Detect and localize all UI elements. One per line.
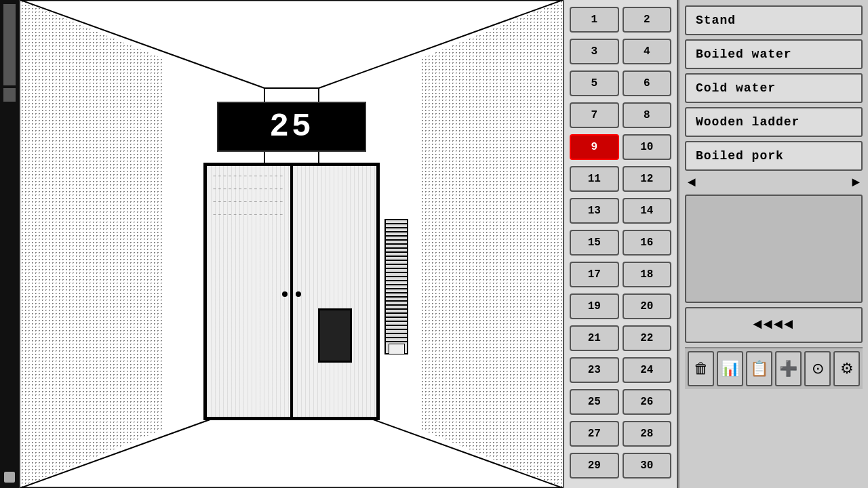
stats-icon: 📊 bbox=[721, 360, 739, 378]
floor-grid: 1234567891011121314151617181920212223242… bbox=[570, 7, 671, 481]
floor-btn-7[interactable]: 7 bbox=[570, 102, 619, 128]
item-boiled-water-label: Boiled water bbox=[696, 47, 792, 61]
sidebar-bar-short bbox=[3, 88, 16, 102]
delete-btn[interactable]: 🗑 bbox=[688, 351, 714, 386]
right-wall-texture bbox=[420, 0, 563, 488]
item-boiled-water[interactable]: Boiled water bbox=[685, 39, 863, 69]
floor-btn-13[interactable]: 13 bbox=[570, 198, 619, 224]
inventory-icon: 📋 bbox=[750, 360, 768, 378]
delete-icon: 🗑 bbox=[694, 360, 709, 378]
target-btn[interactable]: ⊙ bbox=[804, 351, 831, 386]
floor-btn-25[interactable]: 25 bbox=[570, 389, 619, 415]
left-sidebar bbox=[0, 0, 20, 488]
door-right bbox=[292, 165, 378, 418]
door-window bbox=[318, 308, 352, 363]
inventory-btn[interactable]: 📋 bbox=[746, 351, 772, 386]
add-btn[interactable]: ➕ bbox=[775, 351, 802, 386]
elevator-doors bbox=[203, 163, 380, 420]
rewind-button[interactable]: ◄◄◄◄ bbox=[685, 307, 863, 343]
floor-btn-22[interactable]: 22 bbox=[623, 325, 672, 351]
target-icon: ⊙ bbox=[812, 360, 824, 378]
item-boiled-pork[interactable]: Boiled pork bbox=[685, 141, 863, 171]
game-viewport: 25 bbox=[20, 0, 563, 488]
floor-btn-26[interactable]: 26 bbox=[623, 389, 672, 415]
floor-btn-21[interactable]: 21 bbox=[570, 325, 619, 351]
floor-panel: 1234567891011121314151617181920212223242… bbox=[563, 0, 678, 488]
floor-btn-11[interactable]: 11 bbox=[570, 166, 619, 192]
floor-btn-16[interactable]: 16 bbox=[623, 230, 672, 256]
nav-arrow-right[interactable]: ► bbox=[852, 175, 860, 190]
bottom-toolbar: 🗑 📊 📋 ➕ ⊙ ⚙ bbox=[685, 347, 863, 389]
floor-number: 25 bbox=[269, 108, 314, 145]
floor-btn-19[interactable]: 19 bbox=[570, 293, 619, 319]
floor-btn-30[interactable]: 30 bbox=[623, 453, 672, 479]
floor-btn-5[interactable]: 5 bbox=[570, 70, 619, 96]
floor-btn-29[interactable]: 29 bbox=[570, 453, 619, 479]
floor-btn-15[interactable]: 15 bbox=[570, 230, 619, 256]
sidebar-bar-tall bbox=[3, 4, 16, 85]
door-left bbox=[205, 165, 292, 418]
floor-btn-9[interactable]: 9 bbox=[570, 134, 619, 160]
right-panel: Stand Boiled water Cold water Wooden lad… bbox=[678, 0, 868, 488]
nav-arrow-left[interactable]: ◄ bbox=[688, 175, 696, 190]
item-preview bbox=[685, 195, 863, 303]
floor-btn-10[interactable]: 10 bbox=[623, 134, 672, 160]
floor-btn-14[interactable]: 14 bbox=[623, 198, 672, 224]
floor-btn-27[interactable]: 27 bbox=[570, 421, 619, 447]
floor-btn-20[interactable]: 20 bbox=[623, 293, 672, 319]
floor-btn-23[interactable]: 23 bbox=[570, 357, 619, 383]
floor-btn-12[interactable]: 12 bbox=[623, 166, 672, 192]
floor-btn-1[interactable]: 1 bbox=[570, 7, 619, 33]
sidebar-person-icon bbox=[4, 472, 15, 483]
floor-btn-2[interactable]: 2 bbox=[623, 7, 672, 33]
floor-btn-24[interactable]: 24 bbox=[623, 357, 672, 383]
item-stand-label: Stand bbox=[696, 14, 736, 27]
rewind-label: ◄◄◄◄ bbox=[753, 317, 795, 333]
main-container: 25 1234567891 bbox=[0, 0, 868, 488]
item-wooden-ladder-label: Wooden ladder bbox=[696, 115, 800, 129]
floor-btn-28[interactable]: 28 bbox=[623, 421, 672, 447]
add-icon: ➕ bbox=[779, 360, 797, 378]
floor-btn-18[interactable]: 18 bbox=[623, 262, 672, 287]
floor-btn-6[interactable]: 6 bbox=[623, 70, 672, 96]
control-button-small[interactable] bbox=[389, 344, 405, 354]
floor-btn-8[interactable]: 8 bbox=[623, 102, 672, 128]
item-cold-water[interactable]: Cold water bbox=[685, 73, 863, 103]
item-wooden-ladder[interactable]: Wooden ladder bbox=[685, 107, 863, 137]
settings-icon: ⚙ bbox=[840, 360, 854, 378]
stats-btn[interactable]: 📊 bbox=[717, 351, 743, 386]
floor-display: 25 bbox=[217, 102, 366, 152]
nav-arrows-row: ◄ ► bbox=[685, 175, 863, 190]
control-panel bbox=[384, 219, 408, 354]
floor-btn-4[interactable]: 4 bbox=[623, 39, 672, 64]
control-panel-dots bbox=[386, 220, 407, 342]
floor-btn-17[interactable]: 17 bbox=[570, 262, 619, 287]
floor-btn-3[interactable]: 3 bbox=[570, 39, 619, 64]
item-stand[interactable]: Stand bbox=[685, 5, 863, 35]
item-boiled-pork-label: Boiled pork bbox=[696, 149, 784, 163]
item-cold-water-label: Cold water bbox=[696, 81, 776, 95]
left-wall-texture bbox=[20, 0, 163, 488]
settings-btn[interactable]: ⚙ bbox=[833, 351, 860, 386]
